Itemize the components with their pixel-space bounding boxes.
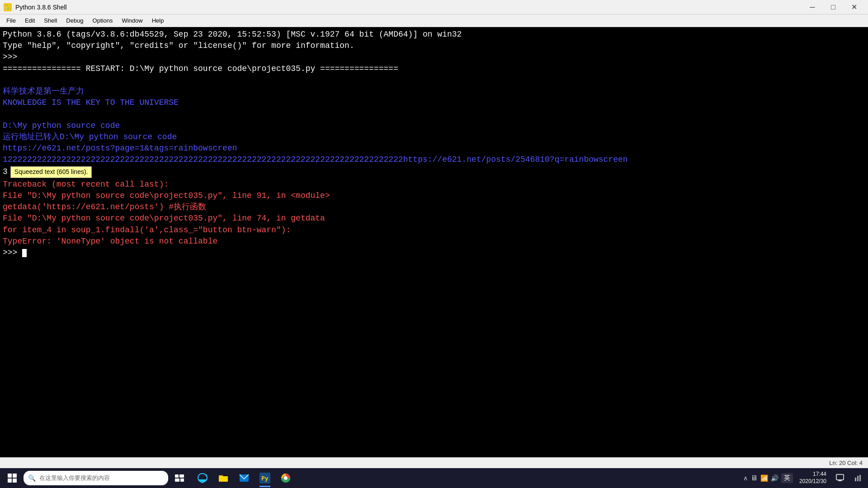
tray-expand-icon[interactable]: ∧ [743,474,748,482]
menu-bar: File Edit Shell Debug Options Window Hel… [0,14,868,27]
menu-help[interactable]: Help [147,14,169,27]
tb-file2: File "D:\My python source code\project03… [3,213,865,224]
taskbar-app-chrome[interactable] [276,468,296,488]
python-version-line: Python 3.8.6 (tags/v3.8.6:db45529, Sep 2… [3,29,865,40]
taskbar-app-python[interactable]: Py [255,468,275,488]
svg-text:Py: Py [261,475,269,482]
final-prompt-text: >>> [3,248,22,257]
restart-line: ================ RESTART: D:\My python s… [3,63,865,75]
menu-file[interactable]: File [2,14,20,27]
notification-button[interactable] [833,468,847,488]
svg-rect-13 [855,478,856,481]
svg-rect-2 [175,479,179,482]
svg-point-9 [284,477,287,479]
traceback-header: Traceback (most recent call last): [3,179,865,190]
status-bar: Ln: 20 Col: 4 [0,457,868,468]
svg-rect-0 [175,474,179,478]
squeezed-text-line[interactable]: 3 Squeezed text (605 lines). [3,166,865,178]
final-prompt-line: >>> [3,247,865,258]
prompt-empty: >>> [3,52,865,63]
svg-rect-15 [859,475,861,481]
task-view-button[interactable] [170,469,189,488]
clock-date: 2020/12/30 [799,478,826,485]
svg-rect-10 [836,474,844,480]
menu-debug[interactable]: Debug [61,14,88,27]
taskbar-search-bar[interactable]: 🔍 在这里输入你要搜索的内容 [24,471,168,485]
maximize-button[interactable]: □ [823,0,844,14]
menu-options[interactable]: Options [88,14,118,27]
menu-window[interactable]: Window [117,14,147,27]
taskbar-app-mail[interactable] [234,468,254,488]
window-title: Python 3.8.6 Shell [15,4,67,11]
menu-edit[interactable]: Edit [20,14,39,27]
squeezed-tooltip[interactable]: Squeezed text (605 lines). [10,166,92,178]
taskbar-apps: Py [193,468,296,488]
taskbar-app-explorer[interactable] [213,468,233,488]
tray-volume-icon[interactable]: 🔊 [771,474,778,482]
menu-shell[interactable]: Shell [39,14,61,27]
start-button[interactable] [3,469,22,488]
tb-code2: for item_4 in soup_1.findall('a',class_=… [3,225,865,236]
svg-rect-14 [857,476,859,481]
tray-network-icon[interactable]: 📶 [760,474,768,482]
python-info-line: Type "help", "copyright", "credits" or "… [3,40,865,52]
chinese-text-line: 科学技术是第一生产力 [3,86,865,97]
close-button[interactable]: ✕ [844,0,864,14]
taskbar-search-text: 在这里输入你要搜索的内容 [39,474,110,482]
dir-change-line: 运行地址已转入D:\My python source code [3,131,865,143]
meet-now-button[interactable] [851,468,865,488]
shell-content[interactable]: Python 3.8.6 (tags/v3.8.6:db45529, Sep 2… [0,27,868,468]
tray-monitor-icon: 🖥 [750,474,758,482]
system-tray: ∧ 🖥 📶 🔊 英 [743,473,793,483]
cursor-position: Ln: 20 Col: 4 [829,460,863,466]
clock-time: 17:44 [799,471,826,478]
squeezed-number: 3 [3,166,8,178]
ime-indicator[interactable]: 英 [781,473,793,483]
title-bar: 🐍 Python 3.8.6 Shell ─ □ ✕ [0,0,868,14]
windows-logo-icon [8,474,17,483]
taskbar-right: ∧ 🖥 📶 🔊 英 17:44 2020/12/30 [743,468,865,488]
svg-rect-3 [180,479,184,482]
taskbar: 🔍 在这里输入你要搜索的内容 [0,468,868,488]
universe-line: KNOWLEDGE IS THE KEY TO THE UNIVERSE [3,97,865,108]
title-bar-controls: ─ □ ✕ [802,0,864,14]
cursor [22,249,27,257]
clock[interactable]: 17:44 2020/12/30 [797,470,829,486]
search-icon: 🔍 [28,474,36,482]
title-bar-left: 🐍 Python 3.8.6 Shell [4,3,67,11]
tb-error: TypeError: 'NoneType' object is not call… [3,236,865,247]
taskbar-app-edge[interactable] [193,468,212,488]
tb-file1: File "D:\My python source code\project03… [3,190,865,202]
long-nums-line: 1222222222222222222222222222222222222222… [3,154,865,165]
minimize-button[interactable]: ─ [802,0,823,14]
tb-code1: getdata('https://e621.net/posts') #执行函数 [3,202,865,213]
dir-line: D:\My python source code [3,120,865,131]
svg-rect-1 [179,474,184,478]
url1-line: https://e621.net/posts?page=1&tags=rainb… [3,143,865,154]
app-icon: 🐍 [4,3,12,11]
